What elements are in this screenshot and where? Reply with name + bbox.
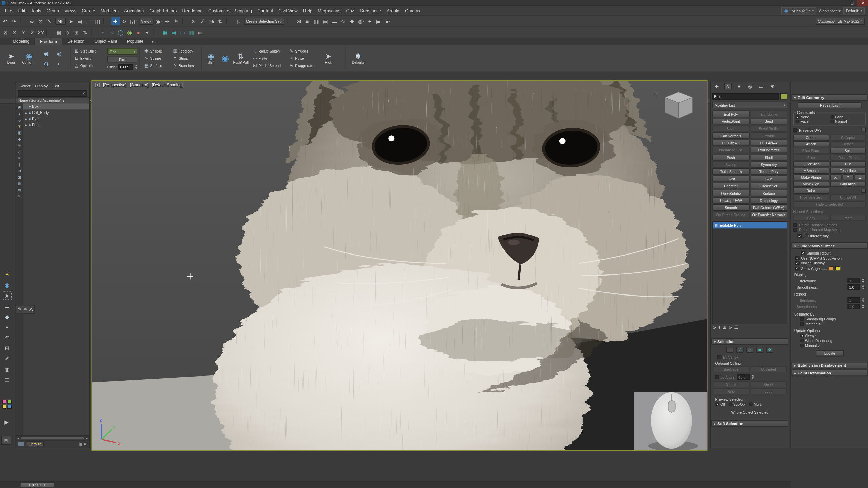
menu-help[interactable]: Help [300, 6, 315, 15]
vertex-mode-icon[interactable]: ∴ [726, 347, 733, 353]
repeat-last-button[interactable]: Repeat Last [798, 102, 862, 108]
conform-brush-rotate-icon[interactable]: ◐ [54, 59, 65, 68]
reference-coordinate-dropdown[interactable]: View▾ [139, 17, 153, 24]
filter-shapes-icon[interactable]: ◇ [18, 117, 21, 122]
select-and-manipulate-icon[interactable]: ✛ [163, 17, 172, 25]
conform-brush-scale-icon[interactable]: ◍ [41, 59, 52, 68]
palette-color-swatch[interactable] [7, 400, 12, 404]
row-box[interactable]: ● Box [23, 103, 89, 109]
delete-trash-icon[interactable]: ⊟ [3, 344, 12, 352]
scrollbar-thumb[interactable] [21, 437, 84, 439]
preserve-uvs-checkbox[interactable] [793, 128, 797, 132]
show-cage-checkbox[interactable]: ✓ [795, 266, 799, 270]
culling-occluded-button[interactable]: Occluded [750, 366, 787, 372]
modifier-ox-strand-groups[interactable]: Ox Strand Groups [712, 211, 749, 218]
edge-loop-icon[interactable]: ◇ [63, 28, 72, 37]
shift-button[interactable]: ◉ Shift [204, 47, 218, 70]
delete-unused-map-verts-checkbox[interactable] [793, 228, 797, 232]
named-selection-sets-dropdown[interactable]: Create Selection Set▾ [244, 17, 285, 24]
full-interactivity-checkbox[interactable]: ✓ [798, 234, 802, 238]
filter-display-all-icon[interactable]: ◉ [18, 105, 21, 110]
select-by-name-icon[interactable]: ▤ [76, 17, 84, 25]
slice-plane-button[interactable]: Slice Plane [793, 148, 829, 154]
select-link-icon[interactable]: ∞ [28, 17, 37, 25]
snaps-toggle-icon[interactable]: 3▾ [190, 17, 199, 25]
window-crossing-icon[interactable]: ◫ [94, 17, 102, 25]
shrink-button[interactable]: Shrink [713, 381, 749, 387]
planar-y-button[interactable]: Y [842, 174, 853, 180]
modifier-ox-transfer-normals[interactable]: Ox Transfer Normals [750, 211, 787, 218]
render-production-icon[interactable]: ●▾ [383, 17, 392, 25]
loop-button[interactable]: Loop [750, 388, 787, 394]
step-build-button[interactable]: ⊞Step Build [73, 47, 105, 54]
toggle-ribbon-icon[interactable]: ▬ [330, 17, 339, 25]
perspective-viewport[interactable]: ⌂ x y z [+] [Perspective] [Standard] [De… [91, 80, 707, 451]
modifier-turn-to-poly[interactable]: Turn to Poly [750, 168, 787, 175]
brush-preset-4-icon[interactable]: ◉ [125, 28, 134, 37]
redo-icon[interactable]: ↷ [10, 17, 19, 25]
separator[interactable] [181, 17, 190, 25]
grid-align-button[interactable]: Grid Align [830, 181, 866, 187]
utilities-tab-icon[interactable]: ✱ [768, 83, 776, 90]
border-mode-icon[interactable]: ◇ [746, 347, 753, 353]
flatten-button[interactable]: ▭Flatten [251, 55, 285, 62]
filter-xrefs-icon[interactable]: ⊠ [18, 175, 21, 180]
tab-object-paint[interactable]: Object Paint [90, 38, 122, 45]
materials-checkbox[interactable] [800, 322, 804, 326]
collapse-button[interactable]: Collapse [830, 135, 866, 141]
modifier-vertexpaint[interactable]: VertexPaint [712, 118, 749, 125]
separator[interactable] [45, 28, 54, 37]
subdivision-surface-rollout-header[interactable]: ▾ Subdivision Surface [792, 242, 868, 249]
slice-button[interactable]: Slice [793, 155, 829, 161]
list-icon[interactable]: ☰ [3, 376, 12, 384]
explorer-column-header[interactable]: Name (Sorted Ascending) ▴ [16, 97, 89, 103]
modifier-surface[interactable]: Surface [750, 190, 787, 197]
polydraw-grid-dropdown[interactable]: Grid▾ [107, 48, 137, 55]
reset-plane-button[interactable]: Reset Plane [830, 155, 866, 161]
explorer-search-input[interactable] [20, 92, 82, 95]
display-iterations-field[interactable]: 1 [848, 278, 860, 283]
select-cursor-icon[interactable]: ➤ [3, 291, 12, 300]
show-end-result-icon[interactable]: ‖ [718, 325, 720, 330]
brush-preset-5-icon[interactable]: ● [134, 28, 143, 37]
material-editor-icon[interactable]: ◍▾ [357, 17, 366, 25]
separator[interactable] [102, 17, 111, 25]
modifier-unwrap-uvw[interactable]: Unwrap UVW [712, 197, 749, 204]
modifier-extrude[interactable]: Extrude [750, 132, 787, 139]
isoline-display-checkbox[interactable]: ✓ [795, 261, 799, 265]
pick-button[interactable]: ➤ Pick [321, 47, 335, 70]
asset-tracking-icon[interactable]: ▤ [170, 28, 178, 37]
update-manually-radio[interactable]: Manually [800, 344, 865, 347]
filter-bones-icon[interactable]: ⌗ [18, 156, 20, 161]
palette-color-swatch[interactable] [7, 404, 12, 409]
create-button[interactable]: Create [793, 135, 829, 141]
separator[interactable] [225, 17, 234, 25]
modifier-creaseset[interactable]: CreaseSet [750, 183, 787, 189]
conform-button[interactable]: ◉ Conform [20, 47, 38, 70]
preserve-uvs-settings-icon[interactable] [861, 128, 866, 132]
preview-multi-radio[interactable]: Multi [749, 402, 761, 406]
modifier-edit-spline[interactable]: Edit Spline [750, 111, 787, 118]
paint-connect-icon[interactable]: ✎ [81, 28, 90, 37]
ribbon-minimize-icon[interactable]: ▾ [152, 40, 154, 44]
mirror-icon[interactable]: ⋈ [295, 17, 303, 25]
render-smoothness-field[interactable]: 1.0 [848, 304, 860, 309]
object-name-field[interactable]: Box [712, 93, 779, 100]
toggle-layer-explorer-icon[interactable]: ▤ [321, 17, 330, 25]
menu-rendering[interactable]: Rendering [179, 6, 205, 15]
create-tab-icon[interactable]: ✚ [713, 83, 721, 90]
use-nurms-checkbox[interactable]: ✓ [795, 256, 799, 260]
modifier-push[interactable]: Push [712, 154, 749, 161]
brush-tool-icon[interactable]: ✏ [23, 306, 27, 312]
render-smoothness-spinner[interactable] [861, 304, 865, 309]
close-button[interactable]: ✕ [857, 0, 868, 6]
smudge-button[interactable]: ✎Smudge [288, 47, 319, 54]
menu-goz[interactable]: GoZ [343, 6, 357, 15]
filter-cameras-icon[interactable]: ▣ [18, 130, 21, 135]
unhide-all-button[interactable]: Unhide All [830, 194, 866, 200]
workspace-dropdown[interactable]: Default ▾ [843, 7, 865, 14]
grow-button[interactable]: Grow [750, 381, 787, 387]
filter-helpers-icon[interactable]: ✚ [18, 136, 21, 141]
menu-views[interactable]: Views [62, 6, 79, 15]
conform-brush-relax-icon[interactable]: ◎ [54, 49, 65, 58]
